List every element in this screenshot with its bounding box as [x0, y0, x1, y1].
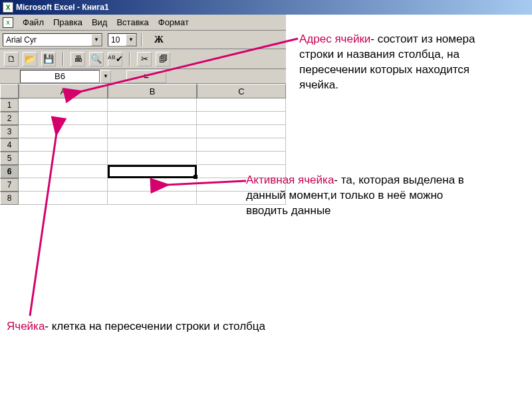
cell[interactable] [19, 125, 108, 138]
formatting-toolbar: Arial Cyr ▼ 10 ▼ Ж [0, 31, 286, 49]
row-header[interactable]: 3 [0, 125, 19, 138]
annotation-active-cell: Активная ячейка- та, которая выделена в … [246, 173, 485, 219]
divider [63, 53, 64, 66]
cell[interactable] [19, 112, 108, 125]
bold-button[interactable]: Ж [152, 33, 166, 47]
menubar: X Файл Правка Вид Вставка Формат [0, 15, 286, 31]
cell[interactable] [19, 165, 108, 178]
font-name-select[interactable]: Arial Cyr ▼ [3, 33, 102, 47]
row-8: 8 [0, 192, 286, 205]
row-header[interactable]: 6 [0, 165, 19, 178]
cell[interactable] [197, 138, 286, 152]
cell[interactable] [19, 138, 108, 152]
cell[interactable] [108, 178, 197, 192]
cell[interactable] [108, 125, 197, 138]
print-icon[interactable]: 🖶 [70, 52, 85, 66]
row-header[interactable]: 4 [0, 138, 19, 152]
annotation-body: - клетка на пересечении строки и столбца [45, 320, 265, 332]
font-size-value: 10 [111, 35, 120, 45]
copy-icon[interactable]: 🗐 [156, 52, 170, 66]
chevron-down-icon[interactable]: ▼ [100, 70, 111, 83]
annotation-title: Ячейка [7, 320, 45, 332]
title-text: Microsoft Excel - Книга1 [16, 3, 109, 12]
cell[interactable] [19, 152, 108, 165]
font-size-select[interactable]: 10 ▼ [108, 33, 137, 47]
annotation-cell: Ячейка- клетка на пересечении строки и с… [7, 319, 339, 334]
column-header-c[interactable]: C [197, 84, 286, 98]
cell[interactable] [197, 112, 286, 125]
new-icon[interactable]: 🗋 [4, 52, 19, 66]
document-icon[interactable]: X [3, 17, 13, 28]
chevron-down-icon[interactable]: ▼ [91, 34, 102, 46]
cell[interactable] [19, 178, 108, 192]
menu-edit[interactable]: Правка [49, 16, 86, 29]
row-2: 2 [0, 112, 286, 125]
divider [141, 33, 142, 47]
excel-icon: X [3, 2, 13, 13]
row-3: 3 [0, 125, 286, 138]
column-header-b[interactable]: B [108, 84, 197, 98]
cell[interactable] [108, 138, 197, 152]
font-name-value: Arial Cyr [6, 35, 37, 45]
cell[interactable] [19, 192, 108, 205]
chevron-down-icon[interactable]: ▼ [126, 34, 136, 46]
row-7: 7 [0, 178, 286, 192]
open-icon[interactable]: 📂 [23, 52, 37, 66]
annotation-cell-address: Адрес ячейки- состоит из номера строки и… [299, 32, 485, 93]
menu-format[interactable]: Формат [154, 16, 193, 29]
menu-view[interactable]: Вид [88, 16, 112, 29]
cell[interactable] [108, 152, 197, 165]
cell[interactable] [108, 98, 197, 112]
row-6: 6 [0, 165, 286, 178]
divider [129, 53, 130, 66]
annotation-title: Активная ячейка [246, 174, 334, 186]
annotation-title: Адрес ячейки [299, 33, 370, 45]
cell[interactable] [197, 125, 286, 138]
row-header[interactable]: 1 [0, 98, 19, 112]
cell[interactable] [108, 192, 197, 205]
titlebar: X Microsoft Excel - Книга1 [0, 0, 532, 15]
row-4: 4 [0, 138, 286, 152]
name-box[interactable]: B6 ▼ [20, 70, 100, 83]
cell[interactable] [197, 152, 286, 165]
menu-insert[interactable]: Вставка [112, 16, 152, 29]
row-5: 5 [0, 152, 286, 165]
row-header[interactable]: 5 [0, 152, 19, 165]
column-headers: A B C [0, 84, 286, 98]
select-all-corner[interactable] [0, 84, 19, 98]
row-header[interactable]: 2 [0, 112, 19, 125]
row-header[interactable]: 7 [0, 178, 19, 192]
row-1: 1 [0, 98, 286, 112]
menu-file[interactable]: Файл [19, 16, 48, 29]
column-header-a[interactable]: A [19, 84, 108, 98]
namebox-row: B6 ▼ = [0, 69, 286, 84]
row-header[interactable]: 8 [0, 192, 19, 205]
spellcheck-icon[interactable]: ᴬᴮ✔ [108, 52, 122, 66]
spreadsheet-grid: A B C 1 2 3 4 5 6 7 8 [0, 84, 286, 205]
cell[interactable] [19, 98, 108, 112]
standard-toolbar: 🗋 📂 💾 🖶 🔍 ᴬᴮ✔ ✂ 🗐 [0, 49, 286, 69]
cell[interactable] [108, 112, 197, 125]
save-icon[interactable]: 💾 [41, 52, 56, 66]
cell[interactable] [197, 98, 286, 112]
name-box-value: B6 [55, 71, 65, 81]
cut-icon[interactable]: ✂ [137, 52, 152, 66]
print-preview-icon[interactable]: 🔍 [89, 52, 104, 66]
formula-equals-button[interactable]: = [126, 70, 166, 83]
active-cell[interactable] [108, 165, 197, 178]
